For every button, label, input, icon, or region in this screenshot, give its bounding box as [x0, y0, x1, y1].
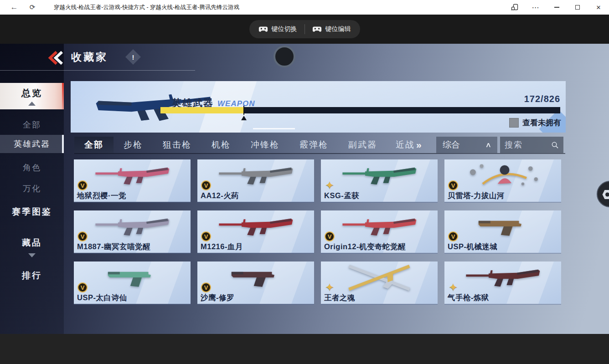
weapon-card[interactable]: ✦ 王者之魂 — [321, 261, 438, 304]
weapon-card[interactable]: V M1887-幽冥玄喵觉醒 — [74, 210, 191, 253]
sidebar-search-icon[interactable] — [504, 0, 525, 15]
category-banner: 英雄武器 WEAPON 172/826 查看未拥有 — [71, 81, 566, 133]
weapon-card[interactable]: V USP-机械迷城 — [444, 210, 561, 253]
gamepad-icon — [258, 26, 268, 33]
search-input[interactable] — [505, 140, 551, 150]
sidebar-item-overview[interactable]: 总览 — [0, 83, 64, 109]
tab-all[interactable]: 全部 — [74, 137, 114, 153]
tabs: 全部 步枪 狙击枪 机枪 冲锋枪 霰弹枪 副武器 近战 » — [74, 137, 434, 153]
refresh-icon[interactable]: ⟳ — [26, 3, 39, 11]
keymap-pill: 键位切换 键位编辑 — [249, 20, 360, 38]
maximize-icon — [575, 5, 580, 10]
weapon-image — [98, 264, 166, 291]
key-edit-label: 键位编辑 — [325, 25, 351, 33]
key-switch-button[interactable]: 键位切换 — [258, 25, 297, 33]
header-divider — [0, 70, 195, 71]
overview-label: 总览 — [0, 83, 64, 99]
rarity-badge-icon: V — [77, 231, 88, 241]
tab-shotgun[interactable]: 霰弹枪 — [289, 137, 338, 153]
weapon-card[interactable]: V M1216-血月 — [197, 210, 314, 253]
search-box[interactable] — [500, 137, 563, 153]
checkbox-icon[interactable] — [509, 118, 519, 128]
browser-titlebar: ← ⟳ 穿越火线-枪战王者-云游戏-快捷方式 - 穿越火线-枪战王者-腾讯先锋云… — [0, 0, 609, 15]
weapon-name: AA12-火药 — [201, 191, 239, 201]
page-title: 收藏家 — [71, 50, 108, 64]
tab-sniper[interactable]: 狙击枪 — [153, 137, 201, 153]
view-unowned-toggle[interactable]: 查看未拥有 — [509, 118, 561, 128]
weapon-name: Origin12-机变奇蛇觉醒 — [324, 242, 406, 252]
progress-fill — [160, 107, 243, 113]
tab-rifle[interactable]: 步枪 — [114, 137, 153, 153]
sidebar-item-ranking[interactable]: 排行 — [0, 270, 64, 282]
weapon-grid: V 地狱烈樱·一觉 V AA12-火药 ✦ KSG-孟获 V 贝雷塔-力拔山河 … — [74, 159, 561, 304]
sidebar-item-all[interactable]: 全部 — [0, 116, 64, 134]
key-edit-button[interactable]: 键位编辑 — [312, 25, 351, 33]
cloud-gaming-toolbar: 键位切换 键位编辑 — [0, 15, 609, 44]
sort-dropdown[interactable]: 综合 ∧ — [436, 137, 497, 153]
sidebar-item-season-catalog[interactable]: 赛季图鉴 — [0, 206, 64, 218]
weapon-image — [84, 161, 181, 189]
alert-glyph: ! — [128, 51, 139, 62]
weapon-card[interactable]: ✦ 气手枪-炼狱 — [444, 261, 561, 304]
weapon-name: 贝雷塔-力拔山河 — [448, 191, 505, 201]
weapon-card[interactable]: V AA12-火药 — [197, 159, 314, 202]
sidebar-item-collection[interactable]: 藏品 — [0, 237, 64, 249]
rarity-badge-icon: V — [448, 180, 458, 190]
tab-melee[interactable]: 近战 — [387, 137, 413, 153]
key-switch-label: 键位切换 — [272, 25, 297, 33]
tab-smg[interactable]: 冲锋枪 — [241, 137, 289, 153]
maximize-button[interactable] — [567, 0, 588, 15]
expand-indicator-icon — [28, 253, 36, 257]
weapon-name: USP-机械迷城 — [448, 242, 497, 252]
weapon-image — [453, 161, 553, 190]
info-alert-icon[interactable]: ! — [125, 49, 141, 65]
window-title: 穿越火线-枪战王者-云游戏-快捷方式 - 穿越火线-枪战王者-腾讯先锋云游戏 — [54, 4, 239, 11]
sidebar-item-characters[interactable]: 角色 — [0, 159, 64, 177]
rarity-badge-icon: ✦ — [325, 180, 335, 190]
assistant-circle — [597, 181, 609, 207]
minimize-button[interactable] — [546, 0, 567, 15]
sidebar-item-wanhua[interactable]: 万化 — [0, 179, 64, 198]
scroll-indicator — [253, 128, 295, 129]
window-controls: ⋯ ✕ — [504, 0, 609, 15]
collection-progress-bar — [160, 107, 560, 113]
view-unowned-label: 查看未拥有 — [522, 118, 561, 128]
rarity-badge-icon: V — [201, 282, 211, 292]
rarity-badge-icon: V — [201, 180, 211, 190]
weapon-image — [454, 263, 551, 291]
weapon-card[interactable]: V 沙鹰-修罗 — [197, 261, 314, 304]
weapon-card[interactable]: V 地狱烈樱·一觉 — [74, 159, 191, 202]
minimize-icon — [554, 7, 559, 8]
browser-back-icon[interactable]: ← — [6, 3, 22, 12]
rarity-badge-icon: V — [77, 180, 88, 190]
rarity-badge-icon: ✦ — [448, 282, 458, 292]
weapon-name: 王者之魂 — [324, 293, 355, 303]
rarity-badge-icon: V — [77, 282, 88, 292]
weapon-card[interactable]: ✦ KSG-孟获 — [321, 159, 438, 202]
more-tabs-icon[interactable]: » — [413, 137, 424, 153]
rarity-badge-icon: V — [201, 231, 211, 241]
rarity-badge-icon: ✦ — [325, 282, 335, 292]
weapon-image — [331, 212, 428, 240]
weapon-name: USP-太白诗仙 — [77, 293, 127, 303]
sidebar-item-hero-weapons[interactable]: 英雄武器 — [0, 135, 64, 153]
floating-assistant-button[interactable] — [595, 180, 609, 209]
back-button[interactable] — [46, 50, 67, 66]
app-window: ← ⟳ 穿越火线-枪战王者-云游戏-快捷方式 - 穿越火线-枪战王者-腾讯先锋云… — [0, 0, 609, 364]
weapon-card[interactable]: V Origin12-机变奇蛇觉醒 — [321, 210, 438, 253]
weapon-card[interactable]: V USP-太白诗仙 — [74, 261, 191, 304]
weapon-tabbar: 全部 步枪 狙击枪 机枪 冲锋枪 霰弹枪 副武器 近战 » 综合 ∧ — [74, 137, 565, 154]
progress-marker — [243, 106, 244, 115]
weapon-name: 地狱烈樱·一觉 — [77, 191, 126, 201]
close-button[interactable]: ✕ — [588, 0, 609, 15]
weapon-image — [207, 212, 304, 240]
progress-marker-pin — [241, 116, 247, 120]
tab-secondary[interactable]: 副武器 — [338, 137, 387, 153]
tab-mg[interactable]: 机枪 — [201, 137, 241, 153]
browser-menu-icon[interactable]: ⋯ — [525, 0, 546, 15]
search-icon[interactable] — [551, 141, 559, 149]
hexagon-icon — [602, 190, 609, 200]
owned-count: 172/826 — [524, 94, 560, 104]
weapon-name: 气手枪-炼狱 — [448, 293, 489, 303]
weapon-card[interactable]: V 贝雷塔-力拔山河 — [444, 159, 561, 202]
